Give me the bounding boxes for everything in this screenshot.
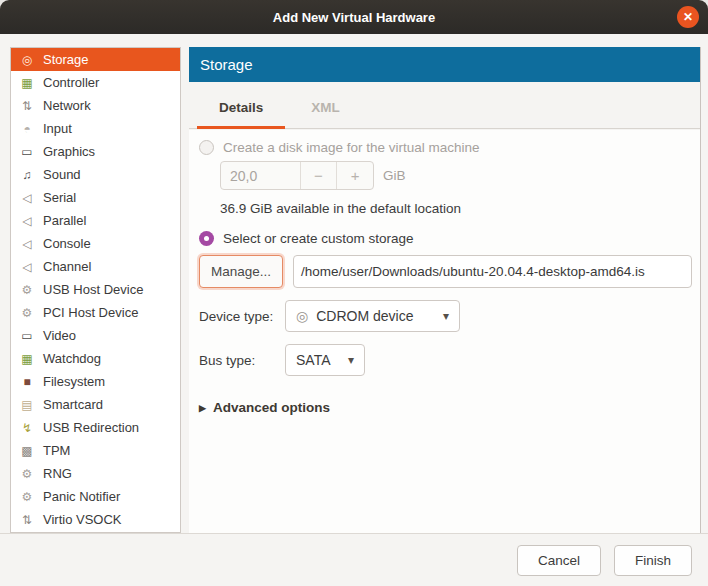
expander-arrow-icon: ▶ [199, 403, 206, 413]
titlebar: Add New Virtual Hardware ✕ [0, 0, 708, 34]
sidebar-item-filesystem[interactable]: ■ Filesystem [11, 370, 180, 393]
device-type-value: CDROM device [316, 308, 413, 324]
sidebar-item-label: Serial [43, 190, 76, 205]
sidebar-item-virtio-vsock[interactable]: ⇅ Virtio VSOCK [11, 508, 180, 531]
sidebar-item-label: Smartcard [43, 397, 103, 412]
sidebar-item-console[interactable]: ◁ Console [11, 232, 180, 255]
sidebar-item-controller[interactable]: ▦ Controller [11, 71, 180, 94]
sidebar-item-video[interactable]: ▭ Video [11, 324, 180, 347]
usb-redirect-icon: ↯ [18, 421, 36, 435]
sidebar-item-smartcard[interactable]: ▤ Smartcard [11, 393, 180, 416]
smartcard-reader-icon: ▤ [18, 398, 36, 412]
video-monitor-icon: ▭ [18, 329, 36, 343]
sidebar-item-label: Controller [43, 75, 99, 90]
custom-storage-radio[interactable] [199, 231, 214, 246]
sidebar-item-rng[interactable]: ⚙ RNG [11, 462, 180, 485]
close-icon[interactable]: ✕ [677, 6, 699, 28]
device-type-label: Device type: [199, 309, 285, 324]
manage-button[interactable]: Manage... [199, 255, 283, 288]
sidebar-item-label: Parallel [43, 213, 86, 228]
sidebar-item-sound[interactable]: ♫ Sound [11, 163, 180, 186]
spin-minus-button[interactable]: − [300, 162, 337, 189]
monitor-icon: ▭ [18, 145, 36, 159]
disk-size-spinbox: 20,0 − + [220, 161, 374, 190]
available-space-text: 36.9 GiB available in the default locati… [220, 201, 692, 216]
sidebar-item-network[interactable]: ⇅ Network [11, 94, 180, 117]
details-page: Create a disk image for the virtual mach… [189, 130, 700, 533]
window-title: Add New Virtual Hardware [273, 10, 435, 25]
cdrom-disc-icon: ◎ [296, 308, 308, 324]
bus-type-label: Bus type: [199, 353, 285, 368]
music-note-icon: ♫ [18, 168, 36, 182]
channel-port-icon: ◁ [18, 260, 36, 274]
tab-xml[interactable]: XML [287, 100, 364, 128]
tabstrip: Details XML [189, 82, 700, 129]
sidebar-item-label: USB Host Device [43, 282, 143, 297]
spin-plus-button[interactable]: + [336, 162, 373, 189]
sidebar-item-serial[interactable]: ◁ Serial [11, 186, 180, 209]
console-port-icon: ◁ [18, 237, 36, 251]
sidebar-item-label: Console [43, 236, 91, 251]
section-title: Storage [200, 56, 253, 73]
bus-type-dropdown[interactable]: SATA ▾ [285, 344, 365, 376]
bus-type-row: Bus type: SATA ▾ [199, 344, 692, 376]
sidebar-item-label: Panic Notifier [43, 489, 120, 504]
controller-card-icon: ▦ [18, 76, 36, 90]
mouse-icon: ◓ [18, 122, 36, 136]
custom-storage-radio-label: Select or create custom storage [223, 231, 414, 246]
sidebar-item-channel[interactable]: ◁ Channel [11, 255, 180, 278]
sidebar-item-input[interactable]: ◓ Input [11, 117, 180, 140]
create-disk-radio-label: Create a disk image for the virtual mach… [223, 140, 480, 155]
sidebar-item-label: TPM [43, 443, 70, 458]
create-disk-radio[interactable] [199, 140, 214, 155]
sidebar-item-label: Network [43, 98, 91, 113]
content-pane: Storage Details XML Create a disk image … [189, 47, 701, 533]
tab-details[interactable]: Details [195, 100, 287, 128]
sidebar-item-label: RNG [43, 466, 72, 481]
disk-size-row: 20,0 − + GiB [220, 161, 692, 190]
create-disk-radio-row: Create a disk image for the virtual mach… [199, 140, 692, 155]
sidebar-item-watchdog[interactable]: ▦ Watchdog [11, 347, 180, 370]
finish-button[interactable]: Finish [614, 545, 692, 576]
size-unit-label: GiB [383, 168, 406, 183]
sidebar-item-usb-redirection[interactable]: ↯ USB Redirection [11, 416, 180, 439]
sidebar-item-label: Storage [43, 52, 89, 67]
chevron-down-icon: ▾ [348, 353, 354, 367]
sidebar-item-panic-notifier[interactable]: ⚙ Panic Notifier [11, 485, 180, 508]
device-type-dropdown[interactable]: ◎ CDROM device ▾ [285, 300, 460, 332]
sidebar-item-parallel[interactable]: ◁ Parallel [11, 209, 180, 232]
cancel-button[interactable]: Cancel [517, 545, 601, 576]
usb-host-gears-icon: ⚙ [18, 283, 36, 297]
sidebar-item-storage[interactable]: ◎ Storage [11, 48, 180, 71]
sidebar-item-label: Input [43, 121, 72, 136]
panic-gears-icon: ⚙ [18, 490, 36, 504]
sidebar-item-label: Filesystem [43, 374, 105, 389]
rng-gears-icon: ⚙ [18, 467, 36, 481]
advanced-options-expander[interactable]: ▶ Advanced options [199, 400, 692, 415]
parallel-port-icon: ◁ [18, 214, 36, 228]
sidebar-item-label: Channel [43, 259, 91, 274]
storage-path-input[interactable]: /home/user/Downloads/ubuntu-20.04.4-desk… [293, 255, 692, 288]
section-header: Storage [189, 47, 700, 82]
sidebar-item-tpm[interactable]: ▩ TPM [11, 439, 180, 462]
advanced-options-label: Advanced options [213, 400, 330, 415]
network-arrows-icon: ⇅ [18, 99, 36, 113]
sidebar-item-label: Video [43, 328, 76, 343]
sidebar-item-label: Virtio VSOCK [43, 512, 122, 527]
sidebar-item-usb-host-device[interactable]: ⚙ USB Host Device [11, 278, 180, 301]
sidebar-item-label: PCI Host Device [43, 305, 138, 320]
folder-icon: ■ [18, 375, 36, 389]
sidebar-item-label: Sound [43, 167, 81, 182]
sidebar-item-graphics[interactable]: ▭ Graphics [11, 140, 180, 163]
device-type-row: Device type: ◎ CDROM device ▾ [199, 300, 692, 332]
disk-size-input[interactable]: 20,0 [221, 162, 300, 189]
custom-storage-radio-row: Select or create custom storage [199, 231, 692, 246]
pci-host-gears-icon: ⚙ [18, 306, 36, 320]
disk-icon: ◎ [18, 53, 36, 67]
sidebar-item-label: Watchdog [43, 351, 101, 366]
sidebar-item-pci-host-device[interactable]: ⚙ PCI Host Device [11, 301, 180, 324]
chevron-down-icon: ▾ [443, 309, 449, 323]
hardware-type-list: ◎ Storage ▦ Controller ⇅ Network ◓ Input… [10, 47, 181, 533]
bus-type-value: SATA [296, 352, 331, 368]
watchdog-card-icon: ▦ [18, 352, 36, 366]
